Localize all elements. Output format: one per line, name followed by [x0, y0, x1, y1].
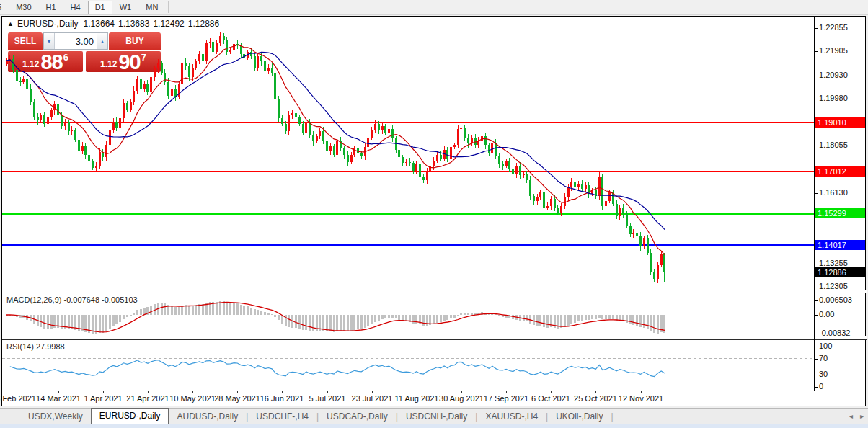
bottom-tab-usdx-weekly[interactable]: USDX,Weekly [20, 409, 91, 424]
bottom-tab-usdcad-daily[interactable]: USDCAD-,Daily [319, 409, 396, 424]
macd-label: MACD(12,26,9) -0.007648 -0.005103 [6, 295, 138, 304]
timeframe-button-h4[interactable]: H4 [63, 1, 88, 14]
rsi-pane-bottom-border [2, 391, 814, 391]
time-axis-label: 10 May 2021 [169, 394, 216, 403]
price-tick-label: 1.13255 [819, 259, 848, 267]
bottom-tab-usdcnh-daily[interactable]: USDCNH-,Daily [398, 409, 475, 424]
rsi-tick-label: 30 [819, 370, 828, 378]
price-axis-tick [814, 99, 818, 99]
time-axis-label: 11 Aug 2021 [395, 394, 439, 403]
time-axis-tick [192, 391, 193, 393]
hline [2, 171, 814, 172]
price-line-badge: 1.17012 [815, 166, 865, 177]
rsi-plot[interactable] [2, 341, 814, 390]
time-axis-tick [327, 391, 328, 393]
price-axis-tick [814, 264, 818, 264]
time-axis-tick [237, 391, 238, 393]
time-axis-label: 5 Jul 2021 [309, 394, 346, 403]
timeframe-button-5[interactable]: 5 [0, 1, 9, 14]
bottom-tab-usdchf-h4[interactable]: USDCHF-,H4 [248, 409, 316, 424]
timeframe-button-d1[interactable]: D1 [88, 1, 112, 14]
price-tick-label: 1.19980 [819, 94, 848, 102]
toolbar-divider [168, 1, 169, 13]
tab-scroll-left-icon[interactable]: ◂ [849, 412, 853, 420]
time-axis-tick [148, 391, 149, 393]
rsi-axis-tick [814, 387, 818, 388]
timeframe-button-m30[interactable]: M30 [9, 1, 38, 14]
rsi-axis-tick [814, 359, 818, 360]
current-price-badge: 1.12886 [815, 267, 865, 277]
price-axis-tick [814, 51, 818, 52]
hline [2, 244, 814, 246]
macd-axis-tick [814, 300, 818, 301]
ma-line-10 [6, 45, 665, 255]
time-axis-tick [282, 391, 283, 393]
price-chart-plot[interactable] [2, 17, 814, 290]
time-axis-label: 23 Jul 2021 [352, 394, 393, 403]
macd-signal-line [6, 302, 665, 331]
price-tick-label: 1.20930 [819, 71, 848, 79]
pane-separator[interactable] [2, 336, 867, 340]
bottom-tab-ukoil-daily[interactable]: UKOil-,Daily [548, 409, 611, 424]
time-axis-label: 28 May 2021 [214, 394, 260, 403]
price-axis-tick [814, 28, 818, 29]
time-axis-tick [551, 391, 552, 393]
price-axis-line [814, 17, 815, 391]
bottom-tab-xauusd-h4[interactable]: XAUUSD-,H4 [477, 409, 546, 424]
time-axis-label: 25 Oct 2021 [574, 394, 617, 403]
chart-window[interactable]: ▲ EURUSD-,Daily 1.13664 1.13683 1.12492 … [1, 16, 866, 406]
hline [2, 213, 814, 215]
macd-tick-label: -0.00832 [819, 329, 850, 337]
bottom-tab-audusd-daily[interactable]: AUDUSD-,Daily [169, 409, 246, 424]
rsi-axis-tick [814, 375, 818, 375]
rsi-tick-label: 70 [819, 354, 828, 362]
price-line-badge: 1.15299 [815, 208, 865, 218]
price-tick-label: 1.22855 [819, 23, 848, 32]
timeframe-button-mn[interactable]: MN [138, 1, 165, 14]
time-axis-tick [641, 391, 642, 393]
time-axis-tick [506, 391, 507, 393]
chart-tab-bar: USDX,WeeklyEURUSD-,DailyAUDUSD-,Daily|US… [0, 408, 868, 424]
price-line-badge: 1.14017 [815, 240, 865, 250]
time-axis-label: 30 Aug 2021 [439, 394, 484, 403]
time-axis-tick [58, 391, 59, 393]
time-axis-label: 6 Oct 2021 [531, 394, 570, 403]
price-axis-tick [814, 146, 818, 146]
horizontal-lines-layer [2, 122, 814, 246]
bottom-tab-eurusd-daily[interactable]: EURUSD-,Daily [91, 408, 169, 424]
pane-separator[interactable] [2, 290, 867, 293]
tab-divider: | [611, 411, 614, 424]
price-axis-tick [814, 193, 818, 194]
time-axis-tick [595, 391, 596, 393]
macd-axis-tick [814, 315, 818, 316]
timeframe-toolbar: 5M30H1H4D1W1MN [0, 0, 868, 15]
time-axis-tick [372, 391, 373, 393]
rsi-line [10, 360, 665, 377]
rsi-tick-label: 100 [819, 342, 832, 350]
time-axis-tick [461, 391, 462, 393]
time-axis-label: 14 Mar 2021 [36, 394, 81, 403]
time-axis-tick [103, 391, 104, 393]
time-axis-tick [417, 391, 417, 393]
time-axis-label: 12 Nov 2021 [619, 394, 663, 403]
time-axis-label: 1 Apr 2021 [84, 394, 122, 403]
price-axis-tick [814, 287, 818, 287]
tab-scroll-right-icon[interactable]: ▸ [860, 412, 864, 420]
rsi-axis-tick [814, 347, 818, 347]
ma-line-21 [6, 52, 665, 229]
time-axis-tick [14, 391, 14, 393]
time-axis-label: 16 Jun 2021 [260, 394, 304, 403]
time-axis-label: 17 Sep 2021 [484, 394, 528, 403]
price-line-badge: 1.19010 [815, 117, 865, 128]
timeframe-button-w1[interactable]: W1 [112, 1, 139, 14]
macd-tick-label: 0.00 [819, 310, 834, 318]
time-axis-label: 23 Feb 2021 [0, 394, 36, 403]
status-strip [0, 424, 868, 428]
price-tick-label: 1.12305 [819, 282, 848, 290]
macd-tick-label: 0.006503 [819, 295, 852, 304]
price-tick-label: 1.21905 [819, 46, 848, 55]
macd-histogram [6, 301, 666, 334]
time-axis-label: 21 Apr 2021 [126, 394, 169, 403]
timeframe-button-h1[interactable]: H1 [39, 1, 63, 14]
price-tick-label: 1.18055 [819, 141, 848, 149]
